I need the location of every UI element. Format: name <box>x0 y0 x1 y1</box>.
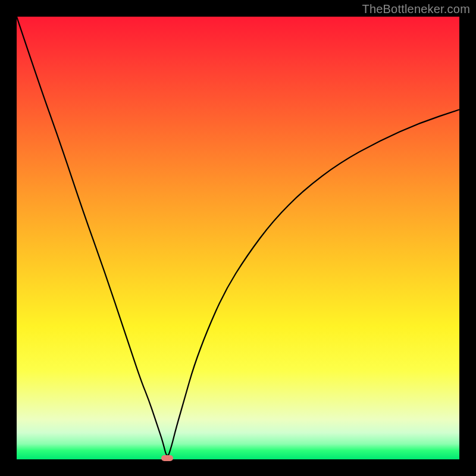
curve-svg <box>17 17 459 459</box>
plot-area <box>17 17 459 459</box>
watermark-text: TheBottleneker.com <box>362 2 470 16</box>
chart-frame: TheBottleneker.com <box>0 0 476 476</box>
notch-marker <box>161 455 173 461</box>
bottleneck-curve <box>17 17 459 456</box>
